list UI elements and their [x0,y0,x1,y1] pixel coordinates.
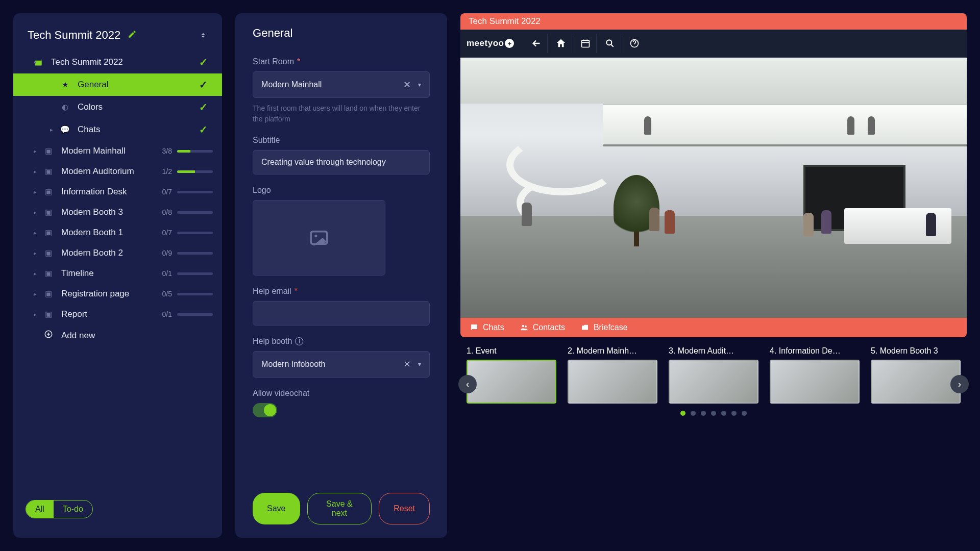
progress-text: 0/1 [162,310,172,318]
plus-circle-icon [43,330,54,341]
thumb-card[interactable]: 4. Information De… [770,346,860,404]
field-label: Subtitle [253,136,430,145]
progress-bar [177,232,213,234]
tree-item-mainhall[interactable]: ▸ ▣ Modern Mainhall 3/8 [13,141,222,161]
carousel-track: 1. Event 2. Modern Mainh… 3. Modern Audi… [460,346,967,404]
sidebar-title-text: Tech Summit 2022 [28,29,120,42]
progress-text: 1/2 [162,167,172,176]
bottombar-contacts[interactable]: Contacts [520,323,565,332]
back-button[interactable] [525,34,548,53]
collapse-icon[interactable] [199,30,208,41]
carousel-next[interactable]: › [950,375,969,393]
save-button[interactable]: Save [253,493,300,524]
required-marker: * [297,57,300,66]
tree-label: Colors [78,102,199,112]
carousel-dot[interactable] [721,411,726,416]
chevron-right-icon: ▸ [34,168,37,175]
subtitle-input[interactable] [253,150,430,174]
start-room-select[interactable]: Modern Mainhall ✕ ▾ [253,71,430,98]
filter-todo[interactable]: To-do [54,500,92,518]
room-icon: ▣ [43,146,54,156]
tree-item-booth3[interactable]: ▸ ▣ Modern Booth 3 0/8 [13,202,222,222]
help-booth-select[interactable]: Modern Infobooth ✕ ▾ [253,351,430,378]
chevron-right-icon: ▸ [34,209,37,216]
thumb-label: 2. Modern Mainh… [568,346,657,356]
tree-item-registration[interactable]: ▸ ▣ Registration page 0/5 [13,284,222,304]
bottombar-briefcase[interactable]: Briefcase [580,323,628,332]
tree-label: Modern Booth 1 [61,228,162,238]
clear-icon[interactable]: ✕ [403,359,411,370]
progress-bar [177,252,213,255]
tree-label: General [78,80,199,90]
tree-item-auditorium[interactable]: ▸ ▣ Modern Auditorium 1/2 [13,161,222,182]
check-icon: ✓ [199,56,208,68]
tree-item-booth1[interactable]: ▸ ▣ Modern Booth 1 0/7 [13,222,222,243]
carousel-dot[interactable] [680,411,685,416]
field-label: Start Room * [253,57,430,66]
save-next-button[interactable]: Save & next [307,493,372,524]
help-button[interactable] [623,34,646,53]
check-icon: ✓ [199,101,208,113]
info-icon[interactable]: i [295,337,303,345]
helper-text: The first room that users will land on w… [253,103,430,124]
carousel-dot[interactable] [711,411,716,416]
tree-root-item[interactable]: ▾ Tech Summit 2022 ✓ [13,51,222,73]
thumb-label: 4. Information De… [770,346,860,356]
sidebar-panel: Tech Summit 2022 ▾ Tech Summit 2022 ✓ ★ … [13,13,222,538]
preview-frame: Tech Summit 2022 meetyoo+ [460,13,967,337]
thumb-image [467,360,556,404]
chat-icon [470,323,479,332]
room-carousel: ‹ 1. Event 2. Modern Mainh… 3. Modern Au… [460,346,967,404]
tree-item-report[interactable]: ▸ ▣ Report 0/1 [13,304,222,324]
tree-item-chats[interactable]: ▸ 💬 Chats ✓ [13,118,222,141]
field-help-booth: Help booth i Modern Infobooth ✕ ▾ [253,337,430,378]
tree-item-booth2[interactable]: ▸ ▣ Modern Booth 2 0/9 [13,243,222,263]
event-title: Tech Summit 2022 [28,29,137,42]
field-label: Allow videochat [253,389,430,398]
help-email-input[interactable] [253,301,430,325]
tree-item-colors[interactable]: ◐ Colors ✓ [13,96,222,118]
room-render [460,58,967,318]
calendar-button[interactable] [574,34,597,53]
tree-item-general[interactable]: ★ General ✓ [13,73,222,96]
edit-title-icon[interactable] [128,29,137,42]
svg-point-8 [522,325,524,328]
toggle-knob [264,404,276,416]
carousel-prev[interactable]: ‹ [458,375,477,393]
form-actions: Save Save & next Reset [253,493,430,524]
chevron-right-icon: ▸ [34,311,37,318]
contacts-icon [520,323,529,332]
tree-label: Modern Mainhall [61,146,162,156]
carousel-dot[interactable] [691,411,696,416]
thumb-card[interactable]: 1. Event [467,346,556,404]
filter-bar: All To-do [13,491,222,528]
field-label: Help booth i [253,337,430,346]
tree-label: Modern Booth 3 [61,207,162,217]
progress-bar [177,293,213,295]
thumb-card[interactable]: 3. Modern Audit… [669,346,758,404]
logo-upload[interactable] [253,200,385,276]
clear-icon[interactable]: ✕ [403,79,411,90]
tree-label: Modern Booth 2 [61,248,162,258]
reset-button[interactable]: Reset [379,493,430,524]
room-icon: ▣ [43,310,54,319]
videochat-toggle[interactable] [253,403,277,417]
filter-all[interactable]: All [26,500,54,518]
thumb-card[interactable]: 5. Modern Booth 3 [871,346,961,404]
tree-label: Information Desk [61,187,162,197]
home-button[interactable] [550,34,572,53]
svg-point-9 [525,325,527,328]
tree-item-infodesk[interactable]: ▸ ▣ Information Desk 0/7 [13,182,222,202]
carousel-dot[interactable] [742,411,747,416]
bottombar-chats[interactable]: Chats [470,323,504,332]
add-new-item[interactable]: Add new [13,324,222,346]
carousel-dot[interactable] [701,411,706,416]
carousel-dot[interactable] [731,411,737,416]
preview-canvas[interactable] [460,58,967,318]
chevron-right-icon: ▸ [34,148,37,155]
search-button[interactable] [599,34,621,53]
thumb-card[interactable]: 2. Modern Mainh… [568,346,657,404]
tree-item-timeline[interactable]: ▸ ▣ Timeline 0/1 [13,263,222,284]
chevron-right-icon: ▸ [34,270,37,277]
filter-pill: All To-do [26,500,93,518]
